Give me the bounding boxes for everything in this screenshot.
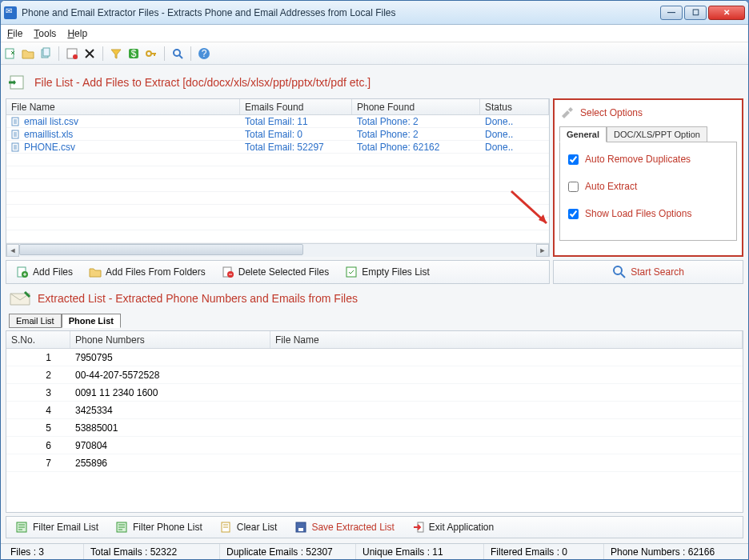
toolbar: $ ?	[1, 42, 748, 65]
scroll-right-arrow[interactable]: ►	[536, 244, 549, 257]
col-file-name[interactable]: File Name	[270, 331, 743, 348]
tb-help-icon[interactable]: ?	[198, 47, 210, 60]
svg-point-8	[174, 50, 180, 56]
extracted-rows[interactable]: 17950795200-44-207-557252830091 11 2340 …	[6, 349, 743, 512]
delete-file-icon	[222, 266, 234, 278]
status-filtered-emails: Filtered Emails : 0	[484, 544, 604, 559]
svg-text:?: ?	[202, 48, 207, 59]
list-item[interactable]: 6970804	[6, 437, 743, 454]
tb-add-folder-icon[interactable]	[22, 47, 34, 60]
content-area: File List - Add Files to Extract [doc/do…	[1, 65, 748, 543]
start-search-button[interactable]: Start Search	[607, 262, 689, 282]
menu-file[interactable]: File	[7, 28, 22, 39]
list-item[interactable]: 553885001	[6, 419, 743, 437]
status-total-emails: Total Emails : 52322	[84, 544, 220, 559]
scroll-left-arrow[interactable]: ◄	[6, 244, 19, 257]
options-panel: Select Options General DOC/XLS/PPT Optio…	[553, 98, 743, 257]
table-row[interactable]: emaillist.xlsTotal Email: 0Total Phone: …	[6, 128, 549, 141]
col-sno[interactable]: S.No.	[6, 331, 70, 348]
add-folder-icon	[89, 266, 102, 278]
options-title: Select Options	[559, 105, 737, 121]
col-filename[interactable]: File Name	[6, 99, 240, 114]
tb-sheet-icon[interactable]	[66, 47, 78, 60]
table-row[interactable]: PHONE.csvTotal Email: 52297Total Phone: …	[6, 141, 549, 154]
list-item[interactable]: 200-44-207-5572528	[6, 366, 743, 384]
empty-files-list-button[interactable]: Empty Files List	[340, 263, 435, 281]
svg-rect-2	[43, 48, 50, 56]
minimize-button[interactable]	[660, 6, 683, 20]
clear-list-button[interactable]: Clear List	[215, 518, 282, 536]
toolbar-separator	[58, 46, 59, 61]
file-list-title: File List - Add Files to Extract [doc/do…	[34, 76, 370, 89]
file-list-table: File Name Emails Found Phone Found Statu…	[6, 98, 550, 257]
col-status[interactable]: Status	[480, 99, 549, 114]
bottom-toolbar: Filter Email List Filter Phone List Clea…	[6, 516, 743, 538]
table-row[interactable]: email list.csvTotal Email: 11Total Phone…	[6, 115, 549, 128]
menu-tools[interactable]: Tools	[34, 28, 56, 39]
exit-application-button[interactable]: Exit Application	[407, 518, 499, 536]
table-row-empty	[6, 192, 549, 205]
actionbar-left: Add Files Add Files From Folders Delete …	[6, 260, 550, 284]
table-row-empty	[6, 166, 549, 179]
list-item[interactable]: 43425334	[6, 402, 743, 419]
tb-search-icon[interactable]	[171, 47, 184, 60]
col-phone[interactable]: Phone Found	[352, 99, 480, 114]
filter-phone-list-button[interactable]: Filter Phone List	[111, 518, 207, 536]
chk-auto-extract[interactable]: Auto Extract	[568, 181, 728, 192]
col-emails[interactable]: Emails Found	[240, 99, 352, 114]
file-list-icon	[9, 73, 28, 92]
chk-auto-remove-duplicates[interactable]: Auto Remove Duplicates	[568, 154, 728, 165]
status-files: Files : 3	[4, 544, 84, 559]
svg-point-7	[146, 51, 151, 56]
list-item[interactable]: 17950795	[6, 349, 743, 366]
list-item[interactable]: 30091 11 2340 1600	[6, 384, 743, 402]
tab-general[interactable]: General	[559, 126, 607, 142]
file-list-rows[interactable]: email list.csvTotal Email: 11Total Phone…	[6, 115, 549, 243]
scroll-track[interactable]	[19, 244, 536, 257]
upper-pane: File Name Emails Found Phone Found Statu…	[6, 98, 743, 257]
chk-auto-extract-input[interactable]	[568, 182, 579, 192]
tb-money-icon[interactable]: $	[127, 47, 140, 60]
add-files-button[interactable]: Add Files	[11, 263, 78, 281]
tab-email-list[interactable]: Email List	[9, 314, 62, 328]
save-extracted-list-button[interactable]: Save Extracted List	[290, 518, 399, 536]
chk-auto-remove-input[interactable]	[568, 154, 579, 165]
scroll-thumb[interactable]	[19, 244, 303, 255]
tb-add-file-icon[interactable]	[4, 47, 17, 60]
status-duplicate-emails: Duplicate Emails : 52307	[220, 544, 356, 559]
status-unique-emails: Unique Emails : 11	[356, 544, 484, 559]
toolbar-separator	[164, 46, 165, 61]
tb-key-icon[interactable]	[145, 47, 158, 60]
add-files-from-folders-button[interactable]: Add Files From Folders	[84, 263, 210, 281]
titlebar[interactable]: Phone and Email Extractor Files - Extrac…	[1, 1, 748, 25]
search-icon	[612, 265, 627, 279]
window-controls	[660, 6, 745, 20]
actionbar-right: Start Search	[553, 260, 743, 284]
tab-phone-list[interactable]: Phone List	[62, 314, 121, 328]
statusbar: Files : 3 Total Emails : 52322 Duplicate…	[1, 543, 748, 559]
delete-selected-files-button[interactable]: Delete Selected Files	[217, 263, 334, 281]
hscrollbar[interactable]: ◄ ►	[6, 243, 549, 256]
tb-filter-icon[interactable]	[110, 47, 122, 60]
status-phone-numbers: Phone Numbers : 62166	[604, 544, 745, 559]
app-window: Phone and Email Extractor Files - Extrac…	[0, 0, 749, 560]
extracted-table: S.No. Phone Numbers File Name 1795079520…	[6, 330, 743, 513]
filter-phone-icon	[116, 521, 129, 534]
list-item[interactable]: 7255896	[6, 454, 743, 472]
tb-delete-icon[interactable]	[83, 47, 96, 60]
filter-email-icon	[16, 521, 29, 534]
app-icon	[4, 6, 17, 19]
filter-email-list-button[interactable]: Filter Email List	[11, 518, 103, 536]
col-phone-numbers[interactable]: Phone Numbers	[70, 331, 270, 348]
chk-show-load-input[interactable]	[568, 209, 579, 219]
actionbar: Add Files Add Files From Folders Delete …	[6, 260, 743, 284]
tb-copy-icon[interactable]	[39, 47, 52, 60]
chk-show-load-files[interactable]: Show Load Files Options	[568, 208, 728, 219]
table-row-empty	[6, 218, 549, 230]
menu-help[interactable]: Help	[67, 28, 87, 39]
close-button[interactable]	[708, 6, 745, 20]
extracted-list-header: Extracted List - Extracted Phone Numbers…	[6, 287, 743, 310]
table-row-empty	[6, 179, 549, 192]
maximize-button[interactable]	[684, 6, 707, 20]
tab-doc-xls-ppt[interactable]: DOC/XLS/PPT Option	[607, 126, 707, 142]
